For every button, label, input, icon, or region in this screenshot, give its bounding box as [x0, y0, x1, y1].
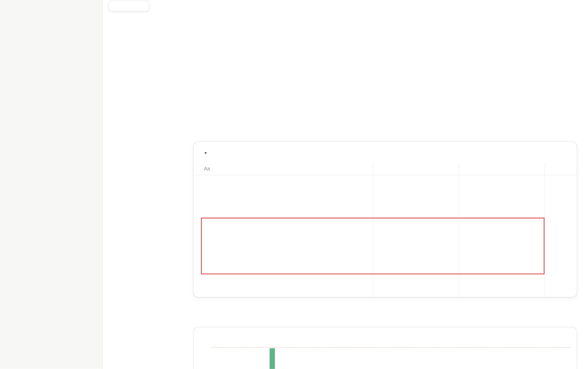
clock-icon: [201, 314, 206, 319]
lightbulb-icon: [5, 17, 13, 25]
my-tasks-table: ▼ Aa: [193, 142, 577, 297]
filter-dropdown[interactable]: [201, 314, 216, 319]
sidebar: [0, 0, 103, 369]
column-divider: [459, 163, 459, 297]
text-type-icon: Aa: [204, 166, 210, 171]
todo-group-toggle[interactable]: ▼: [204, 150, 224, 156]
collapse-triangle-icon: ▼: [204, 151, 207, 155]
back-button[interactable]: [113, 2, 120, 10]
spinner-icon: [377, 166, 383, 171]
column-divider: [544, 163, 545, 297]
recently-visited-heading: [198, 36, 206, 41]
task-rows: [194, 175, 577, 175]
column-header-task-name[interactable]: Aa: [204, 163, 213, 174]
tasks-chart-card: [193, 327, 577, 369]
my-tasks-heading: [200, 129, 209, 135]
gridline: [212, 347, 571, 348]
chevron-down-icon: [20, 19, 24, 23]
workspace-switcher[interactable]: [3, 15, 92, 27]
bar: [270, 348, 275, 369]
column-divider: [373, 163, 373, 297]
chevron-down-icon: [212, 315, 216, 318]
column-header-status[interactable]: [377, 163, 386, 174]
compose-icon[interactable]: [89, 17, 96, 25]
new-tab-button[interactable]: [138, 2, 145, 10]
app-window: ▼ Aa: [0, 0, 588, 369]
history-nav: [108, 1, 149, 11]
clock-icon: [198, 36, 203, 41]
forward-button[interactable]: [125, 2, 132, 10]
checkbox-icon: [200, 129, 205, 135]
table-icon: [464, 166, 470, 171]
column-header-source[interactable]: [464, 163, 473, 174]
todo-status-circle-icon: [211, 150, 217, 156]
